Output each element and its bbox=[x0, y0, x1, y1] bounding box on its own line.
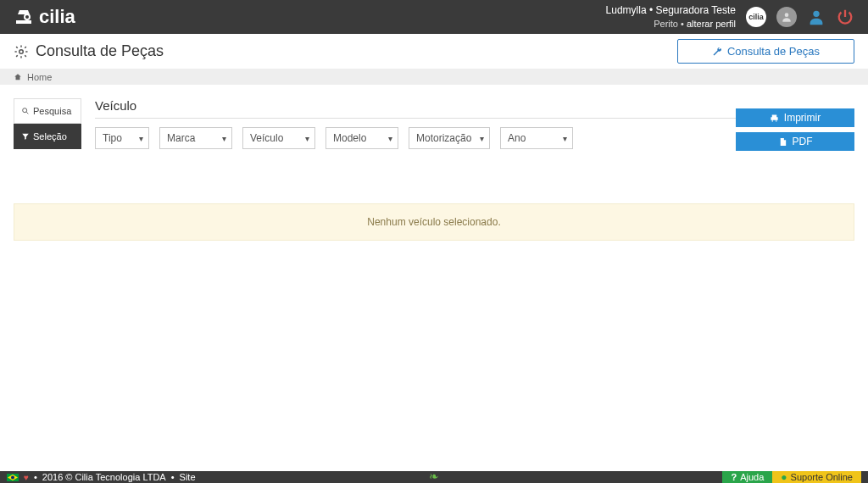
filter-icon bbox=[21, 132, 30, 141]
gear-icon bbox=[14, 44, 29, 59]
vehicle-filters: Tipo Marca Veículo Modelo Motorização An… bbox=[95, 127, 573, 149]
main-content: Pesquisa Seleção Veículo Tipo Marca Veíc… bbox=[0, 85, 868, 164]
action-buttons: Imprimir PDF bbox=[736, 108, 854, 151]
pdf-button[interactable]: PDF bbox=[736, 132, 854, 151]
sidebar-item-pesquisa[interactable]: Pesquisa bbox=[14, 98, 81, 124]
svg-point-2 bbox=[813, 11, 819, 17]
select-veiculo[interactable]: Veículo bbox=[242, 127, 315, 149]
sidebar: Pesquisa Seleção bbox=[14, 98, 81, 151]
svg-point-4 bbox=[23, 108, 27, 113]
title-bar: Consulta de Peças Consulta de Peças bbox=[0, 34, 868, 69]
svg-point-7 bbox=[11, 475, 14, 479]
brand-logo[interactable]: cilia bbox=[14, 6, 75, 28]
user-role: Perito bbox=[654, 19, 678, 29]
no-vehicle-alert: Nenhum veículo selecionado. bbox=[14, 203, 854, 241]
help-button[interactable]: ? Ajuda bbox=[722, 471, 772, 483]
user-name: Ludmylla bbox=[606, 4, 647, 16]
cilia-badge-icon[interactable]: cilia bbox=[746, 7, 766, 27]
select-marca[interactable]: Marca bbox=[159, 127, 232, 149]
select-modelo[interactable]: Modelo bbox=[326, 127, 398, 149]
user-info: Ludmylla • Seguradora Teste Perito • alt… bbox=[606, 4, 736, 30]
seguro-badge-icon[interactable] bbox=[776, 7, 797, 27]
home-icon bbox=[14, 73, 22, 81]
svg-point-1 bbox=[785, 13, 789, 17]
printer-icon bbox=[770, 114, 779, 123]
top-bar: cilia Ludmylla • Seguradora Teste Perito… bbox=[0, 0, 868, 34]
sidebar-item-selecao[interactable]: Seleção bbox=[14, 124, 81, 149]
online-dot-icon: ● bbox=[781, 471, 787, 483]
svg-point-3 bbox=[19, 49, 24, 53]
person-icon bbox=[781, 11, 793, 23]
file-icon bbox=[778, 137, 787, 147]
select-motorizacao[interactable]: Motorização bbox=[409, 127, 490, 149]
top-bar-right: Ludmylla • Seguradora Teste Perito • alt… bbox=[606, 4, 854, 30]
heart-icon: ♥ bbox=[24, 473, 29, 482]
leaf-icon: ❧ bbox=[429, 471, 439, 483]
support-button[interactable]: ● Suporte Online bbox=[772, 471, 861, 483]
footer: ♥ • 2016 © Cilia Tecnologia LTDA • Site … bbox=[0, 471, 868, 483]
consulta-pecas-button[interactable]: Consulta de Peças bbox=[677, 39, 854, 64]
wrench-icon bbox=[712, 47, 722, 57]
power-icon[interactable] bbox=[836, 8, 854, 26]
page-title: Consulta de Peças bbox=[36, 42, 164, 60]
question-icon: ? bbox=[731, 472, 737, 482]
footer-copyright: 2016 © Cilia Tecnologia LTDA bbox=[42, 472, 166, 482]
breadcrumb-home[interactable]: Home bbox=[27, 72, 52, 82]
search-icon bbox=[21, 107, 30, 115]
footer-site-link[interactable]: Site bbox=[180, 472, 196, 482]
svg-point-0 bbox=[25, 14, 30, 19]
sidebar-item-label: Pesquisa bbox=[33, 106, 71, 116]
sidebar-item-label: Seleção bbox=[33, 131, 67, 142]
brand-text: cilia bbox=[39, 6, 75, 28]
select-tipo[interactable]: Tipo bbox=[95, 127, 149, 149]
brazil-flag-icon bbox=[7, 474, 19, 481]
user-icon[interactable] bbox=[807, 8, 826, 26]
print-button[interactable]: Imprimir bbox=[736, 108, 854, 127]
change-profile-link[interactable]: alterar perfil bbox=[687, 19, 736, 29]
company-name: Seguradora Teste bbox=[655, 4, 736, 16]
select-ano[interactable]: Ano bbox=[500, 127, 573, 149]
car-wrench-icon bbox=[14, 8, 34, 25]
breadcrumb: Home bbox=[0, 69, 868, 85]
vehicle-section: Veículo Tipo Marca Veículo Modelo Motori… bbox=[81, 98, 854, 151]
